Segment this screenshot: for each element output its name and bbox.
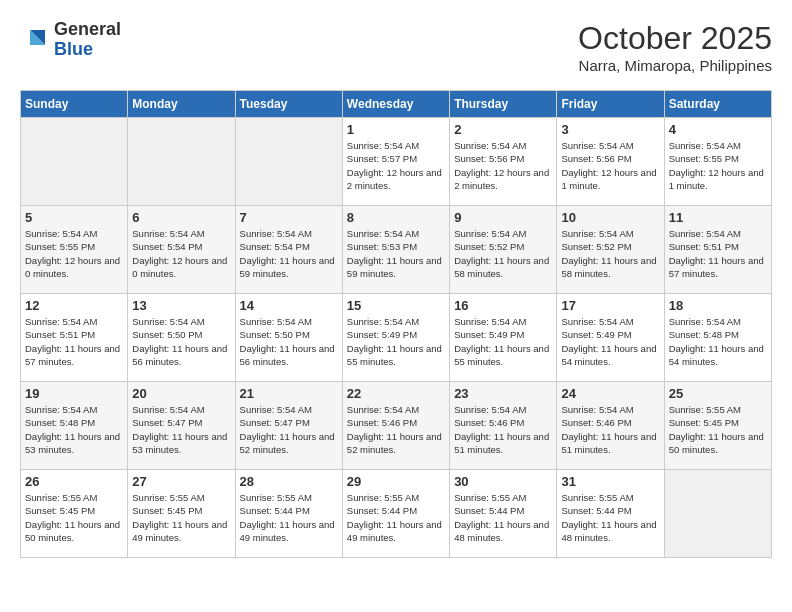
cell-info: Sunrise: 5:55 AMSunset: 5:44 PMDaylight:… bbox=[561, 491, 659, 544]
calendar-cell: 22Sunrise: 5:54 AMSunset: 5:46 PMDayligh… bbox=[342, 382, 449, 470]
title-block: October 2025 Narra, Mimaropa, Philippine… bbox=[578, 20, 772, 74]
calendar-cell: 12Sunrise: 5:54 AMSunset: 5:51 PMDayligh… bbox=[21, 294, 128, 382]
day-number: 3 bbox=[561, 122, 659, 137]
calendar-cell: 21Sunrise: 5:54 AMSunset: 5:47 PMDayligh… bbox=[235, 382, 342, 470]
day-number: 6 bbox=[132, 210, 230, 225]
cell-info: Sunrise: 5:54 AMSunset: 5:48 PMDaylight:… bbox=[25, 403, 123, 456]
calendar-cell: 23Sunrise: 5:54 AMSunset: 5:46 PMDayligh… bbox=[450, 382, 557, 470]
day-number: 5 bbox=[25, 210, 123, 225]
calendar-cell: 4Sunrise: 5:54 AMSunset: 5:55 PMDaylight… bbox=[664, 118, 771, 206]
cell-info: Sunrise: 5:55 AMSunset: 5:44 PMDaylight:… bbox=[347, 491, 445, 544]
cell-info: Sunrise: 5:54 AMSunset: 5:55 PMDaylight:… bbox=[25, 227, 123, 280]
header-day: Wednesday bbox=[342, 91, 449, 118]
day-number: 31 bbox=[561, 474, 659, 489]
header-day: Tuesday bbox=[235, 91, 342, 118]
calendar-cell: 14Sunrise: 5:54 AMSunset: 5:50 PMDayligh… bbox=[235, 294, 342, 382]
calendar-cell: 28Sunrise: 5:55 AMSunset: 5:44 PMDayligh… bbox=[235, 470, 342, 558]
day-number: 8 bbox=[347, 210, 445, 225]
cell-info: Sunrise: 5:54 AMSunset: 5:53 PMDaylight:… bbox=[347, 227, 445, 280]
day-number: 15 bbox=[347, 298, 445, 313]
calendar-cell: 20Sunrise: 5:54 AMSunset: 5:47 PMDayligh… bbox=[128, 382, 235, 470]
calendar-cell: 17Sunrise: 5:54 AMSunset: 5:49 PMDayligh… bbox=[557, 294, 664, 382]
calendar-cell bbox=[128, 118, 235, 206]
day-number: 18 bbox=[669, 298, 767, 313]
calendar-cell: 25Sunrise: 5:55 AMSunset: 5:45 PMDayligh… bbox=[664, 382, 771, 470]
logo-general: General bbox=[54, 20, 121, 40]
day-number: 30 bbox=[454, 474, 552, 489]
day-number: 22 bbox=[347, 386, 445, 401]
day-number: 12 bbox=[25, 298, 123, 313]
day-number: 7 bbox=[240, 210, 338, 225]
cell-info: Sunrise: 5:54 AMSunset: 5:49 PMDaylight:… bbox=[561, 315, 659, 368]
calendar-cell: 1Sunrise: 5:54 AMSunset: 5:57 PMDaylight… bbox=[342, 118, 449, 206]
calendar-cell: 31Sunrise: 5:55 AMSunset: 5:44 PMDayligh… bbox=[557, 470, 664, 558]
page-header: General Blue October 2025 Narra, Mimarop… bbox=[20, 20, 772, 74]
cell-info: Sunrise: 5:55 AMSunset: 5:45 PMDaylight:… bbox=[25, 491, 123, 544]
calendar-cell: 30Sunrise: 5:55 AMSunset: 5:44 PMDayligh… bbox=[450, 470, 557, 558]
day-number: 26 bbox=[25, 474, 123, 489]
calendar-cell: 29Sunrise: 5:55 AMSunset: 5:44 PMDayligh… bbox=[342, 470, 449, 558]
cell-info: Sunrise: 5:54 AMSunset: 5:49 PMDaylight:… bbox=[347, 315, 445, 368]
calendar-cell: 27Sunrise: 5:55 AMSunset: 5:45 PMDayligh… bbox=[128, 470, 235, 558]
day-number: 19 bbox=[25, 386, 123, 401]
day-number: 10 bbox=[561, 210, 659, 225]
calendar-week-row: 19Sunrise: 5:54 AMSunset: 5:48 PMDayligh… bbox=[21, 382, 772, 470]
calendar-cell: 26Sunrise: 5:55 AMSunset: 5:45 PMDayligh… bbox=[21, 470, 128, 558]
header-day: Monday bbox=[128, 91, 235, 118]
calendar-cell: 24Sunrise: 5:54 AMSunset: 5:46 PMDayligh… bbox=[557, 382, 664, 470]
cell-info: Sunrise: 5:54 AMSunset: 5:57 PMDaylight:… bbox=[347, 139, 445, 192]
calendar-cell: 13Sunrise: 5:54 AMSunset: 5:50 PMDayligh… bbox=[128, 294, 235, 382]
cell-info: Sunrise: 5:54 AMSunset: 5:50 PMDaylight:… bbox=[132, 315, 230, 368]
logo: General Blue bbox=[20, 20, 121, 60]
day-number: 17 bbox=[561, 298, 659, 313]
day-number: 25 bbox=[669, 386, 767, 401]
cell-info: Sunrise: 5:55 AMSunset: 5:44 PMDaylight:… bbox=[454, 491, 552, 544]
calendar-cell: 8Sunrise: 5:54 AMSunset: 5:53 PMDaylight… bbox=[342, 206, 449, 294]
cell-info: Sunrise: 5:55 AMSunset: 5:45 PMDaylight:… bbox=[669, 403, 767, 456]
calendar-week-row: 26Sunrise: 5:55 AMSunset: 5:45 PMDayligh… bbox=[21, 470, 772, 558]
calendar-cell: 16Sunrise: 5:54 AMSunset: 5:49 PMDayligh… bbox=[450, 294, 557, 382]
cell-info: Sunrise: 5:54 AMSunset: 5:50 PMDaylight:… bbox=[240, 315, 338, 368]
cell-info: Sunrise: 5:55 AMSunset: 5:44 PMDaylight:… bbox=[240, 491, 338, 544]
day-number: 2 bbox=[454, 122, 552, 137]
calendar-table: SundayMondayTuesdayWednesdayThursdayFrid… bbox=[20, 90, 772, 558]
day-number: 23 bbox=[454, 386, 552, 401]
logo-blue: Blue bbox=[54, 40, 121, 60]
calendar-cell: 19Sunrise: 5:54 AMSunset: 5:48 PMDayligh… bbox=[21, 382, 128, 470]
calendar-cell bbox=[664, 470, 771, 558]
logo-icon bbox=[20, 25, 50, 55]
day-number: 11 bbox=[669, 210, 767, 225]
cell-info: Sunrise: 5:54 AMSunset: 5:55 PMDaylight:… bbox=[669, 139, 767, 192]
cell-info: Sunrise: 5:54 AMSunset: 5:47 PMDaylight:… bbox=[240, 403, 338, 456]
calendar-cell: 18Sunrise: 5:54 AMSunset: 5:48 PMDayligh… bbox=[664, 294, 771, 382]
calendar-cell bbox=[235, 118, 342, 206]
day-number: 27 bbox=[132, 474, 230, 489]
day-number: 13 bbox=[132, 298, 230, 313]
day-number: 1 bbox=[347, 122, 445, 137]
cell-info: Sunrise: 5:54 AMSunset: 5:49 PMDaylight:… bbox=[454, 315, 552, 368]
calendar-cell: 7Sunrise: 5:54 AMSunset: 5:54 PMDaylight… bbox=[235, 206, 342, 294]
calendar-cell: 2Sunrise: 5:54 AMSunset: 5:56 PMDaylight… bbox=[450, 118, 557, 206]
calendar-cell: 9Sunrise: 5:54 AMSunset: 5:52 PMDaylight… bbox=[450, 206, 557, 294]
header-day: Friday bbox=[557, 91, 664, 118]
day-number: 20 bbox=[132, 386, 230, 401]
day-number: 24 bbox=[561, 386, 659, 401]
calendar-week-row: 12Sunrise: 5:54 AMSunset: 5:51 PMDayligh… bbox=[21, 294, 772, 382]
header-row: SundayMondayTuesdayWednesdayThursdayFrid… bbox=[21, 91, 772, 118]
cell-info: Sunrise: 5:54 AMSunset: 5:52 PMDaylight:… bbox=[561, 227, 659, 280]
calendar-cell: 3Sunrise: 5:54 AMSunset: 5:56 PMDaylight… bbox=[557, 118, 664, 206]
calendar-header: SundayMondayTuesdayWednesdayThursdayFrid… bbox=[21, 91, 772, 118]
calendar-cell: 11Sunrise: 5:54 AMSunset: 5:51 PMDayligh… bbox=[664, 206, 771, 294]
header-day: Sunday bbox=[21, 91, 128, 118]
cell-info: Sunrise: 5:54 AMSunset: 5:56 PMDaylight:… bbox=[561, 139, 659, 192]
cell-info: Sunrise: 5:54 AMSunset: 5:54 PMDaylight:… bbox=[132, 227, 230, 280]
calendar-cell: 5Sunrise: 5:54 AMSunset: 5:55 PMDaylight… bbox=[21, 206, 128, 294]
cell-info: Sunrise: 5:54 AMSunset: 5:52 PMDaylight:… bbox=[454, 227, 552, 280]
calendar-cell: 10Sunrise: 5:54 AMSunset: 5:52 PMDayligh… bbox=[557, 206, 664, 294]
cell-info: Sunrise: 5:54 AMSunset: 5:46 PMDaylight:… bbox=[347, 403, 445, 456]
day-number: 4 bbox=[669, 122, 767, 137]
cell-info: Sunrise: 5:54 AMSunset: 5:51 PMDaylight:… bbox=[25, 315, 123, 368]
calendar-cell: 15Sunrise: 5:54 AMSunset: 5:49 PMDayligh… bbox=[342, 294, 449, 382]
cell-info: Sunrise: 5:55 AMSunset: 5:45 PMDaylight:… bbox=[132, 491, 230, 544]
cell-info: Sunrise: 5:54 AMSunset: 5:46 PMDaylight:… bbox=[561, 403, 659, 456]
